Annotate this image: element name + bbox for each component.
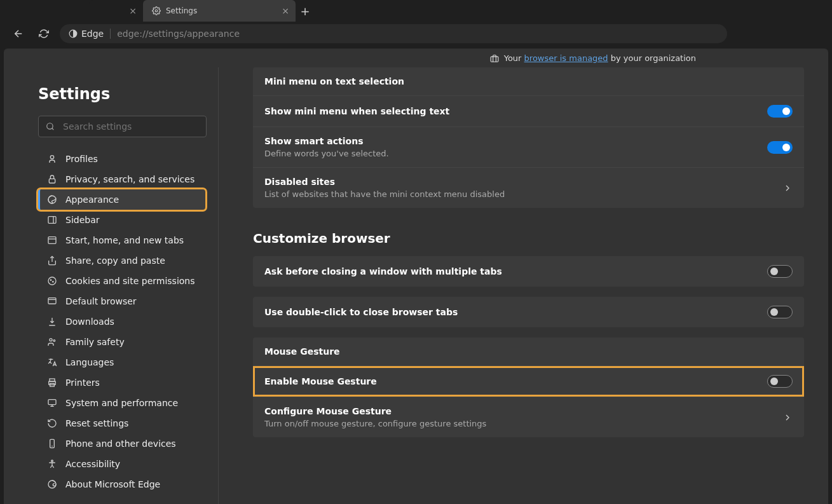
- phone-icon: [46, 438, 58, 449]
- sidebar-item-share[interactable]: Share, copy and paste: [38, 250, 205, 271]
- url-text: edge://settings/appearance: [117, 29, 240, 39]
- svg-point-12: [48, 277, 56, 285]
- download-icon: [46, 316, 58, 327]
- sidebar-item-family[interactable]: Family safety: [38, 332, 205, 352]
- content: Mini menu on text selection Show mini me…: [219, 67, 828, 504]
- ask-close-toggle[interactable]: [767, 265, 793, 278]
- search-input[interactable]: [38, 116, 207, 137]
- reset-icon: [46, 418, 58, 429]
- tab-bar: × Settings × +: [0, 0, 832, 22]
- customize-title: Customize browser: [253, 231, 804, 246]
- smart-actions-toggle[interactable]: [767, 141, 793, 154]
- family-icon: [46, 336, 58, 348]
- cookie-icon: [46, 275, 58, 287]
- browser-icon: [46, 296, 58, 307]
- dbl-click-toggle[interactable]: [767, 306, 793, 318]
- system-icon: [46, 397, 58, 409]
- smart-actions-row: Show smart actions Define words you've s…: [253, 127, 804, 168]
- show-mini-menu-row: Show mini menu when selecting text: [253, 96, 804, 127]
- brand-label: Edge: [69, 29, 111, 39]
- refresh-button[interactable]: [34, 24, 53, 43]
- page-title: Settings: [38, 85, 205, 103]
- configure-mouse-row[interactable]: Configure Mouse Gesture Turn on/off mous…: [253, 397, 804, 437]
- printer-icon: [46, 377, 58, 388]
- tab-inactive[interactable]: ×: [89, 0, 143, 22]
- new-tab-button[interactable]: +: [296, 0, 315, 22]
- accessibility-icon: [46, 458, 58, 470]
- sidebar-item-default[interactable]: Default browser: [38, 291, 205, 311]
- ask-close-row: Ask before closing a window with multipl…: [253, 256, 804, 287]
- gear-icon: [152, 6, 161, 15]
- mouse-gesture-card: Mouse Gesture Enable Mouse Gesture Confi…: [253, 337, 804, 437]
- svg-point-17: [50, 339, 52, 341]
- share-icon: [46, 255, 58, 266]
- sidebar: Settings Profiles Privacy, search, and s…: [4, 67, 219, 504]
- edge-icon: [46, 479, 58, 490]
- tab-label: Settings: [166, 6, 197, 15]
- svg-rect-25: [50, 439, 55, 447]
- sidebar-item-cookies[interactable]: Cookies and site permissions: [38, 271, 205, 291]
- search-icon: [46, 122, 55, 131]
- svg-rect-9: [48, 237, 56, 244]
- language-icon: [46, 357, 58, 368]
- svg-point-18: [53, 340, 55, 342]
- chevron-right-icon: [782, 412, 793, 423]
- close-icon[interactable]: ×: [129, 6, 137, 16]
- mini-menu-card: Mini menu on text selection Show mini me…: [253, 67, 804, 208]
- sidebar-item-reset[interactable]: Reset settings: [38, 413, 205, 433]
- nav-list: Profiles Privacy, search, and services A…: [38, 149, 205, 494]
- chevron-right-icon: [782, 183, 793, 193]
- main: Settings Profiles Privacy, search, and s…: [4, 67, 828, 504]
- sidebar-item-downloads[interactable]: Downloads: [38, 311, 205, 332]
- sidebar-item-appearance[interactable]: Appearance: [38, 189, 205, 210]
- sidebar-item-accessibility[interactable]: Accessibility: [38, 454, 205, 474]
- tab-settings[interactable]: Settings ×: [143, 0, 296, 22]
- svg-rect-2: [491, 57, 498, 62]
- close-icon[interactable]: ×: [282, 6, 289, 16]
- sidebar-item-phone[interactable]: Phone and other devices: [38, 433, 205, 454]
- sidebar-item-start[interactable]: Start, home, and new tabs: [38, 230, 205, 250]
- sidebar-item-printers[interactable]: Printers: [38, 372, 205, 393]
- svg-rect-15: [48, 298, 56, 304]
- managed-banner: Your browser is managed by your organiza…: [4, 48, 828, 67]
- profile-icon: [46, 153, 58, 165]
- lock-icon: [46, 174, 58, 185]
- svg-point-13: [50, 280, 51, 280]
- svg-point-4: [50, 156, 53, 159]
- banner-text: Your browser is managed by your organiza…: [504, 53, 696, 63]
- svg-point-3: [47, 123, 53, 129]
- sidebar-icon: [46, 214, 58, 226]
- svg-rect-7: [48, 217, 56, 224]
- home-tab-icon: [46, 235, 58, 246]
- dbl-click-row: Use double-click to close browser tabs: [253, 297, 804, 327]
- sidebar-item-privacy[interactable]: Privacy, search, and services: [38, 169, 205, 189]
- svg-rect-22: [48, 400, 56, 405]
- mouse-gesture-header: Mouse Gesture: [253, 337, 804, 366]
- address-bar[interactable]: Edge edge://settings/appearance: [60, 24, 727, 43]
- show-mini-toggle[interactable]: [767, 105, 793, 118]
- sidebar-item-about[interactable]: About Microsoft Edge: [38, 474, 205, 494]
- briefcase-icon: [490, 54, 499, 63]
- managed-link[interactable]: browser is managed: [524, 53, 608, 63]
- paint-icon: [46, 194, 58, 205]
- mini-menu-header: Mini menu on text selection: [253, 67, 804, 96]
- ask-close-card: Ask before closing a window with multipl…: [253, 256, 804, 287]
- back-button[interactable]: [9, 24, 28, 43]
- svg-point-14: [53, 282, 53, 282]
- sidebar-item-system[interactable]: System and performance: [38, 393, 205, 413]
- disabled-sites-row[interactable]: Disabled sites List of websites that hav…: [253, 168, 804, 208]
- toolbar: Edge edge://settings/appearance: [0, 22, 832, 46]
- svg-point-0: [155, 10, 158, 12]
- svg-rect-5: [49, 179, 55, 183]
- enable-mouse-toggle[interactable]: [767, 375, 793, 388]
- enable-mouse-row: Enable Mouse Gesture: [253, 366, 804, 397]
- sidebar-item-profiles[interactable]: Profiles: [38, 149, 205, 169]
- dbl-click-card: Use double-click to close browser tabs: [253, 297, 804, 327]
- search-wrapper: [38, 116, 207, 137]
- sidebar-item-languages[interactable]: Languages: [38, 352, 205, 372]
- svg-point-27: [51, 460, 53, 462]
- sidebar-item-sidebar[interactable]: Sidebar: [38, 210, 205, 230]
